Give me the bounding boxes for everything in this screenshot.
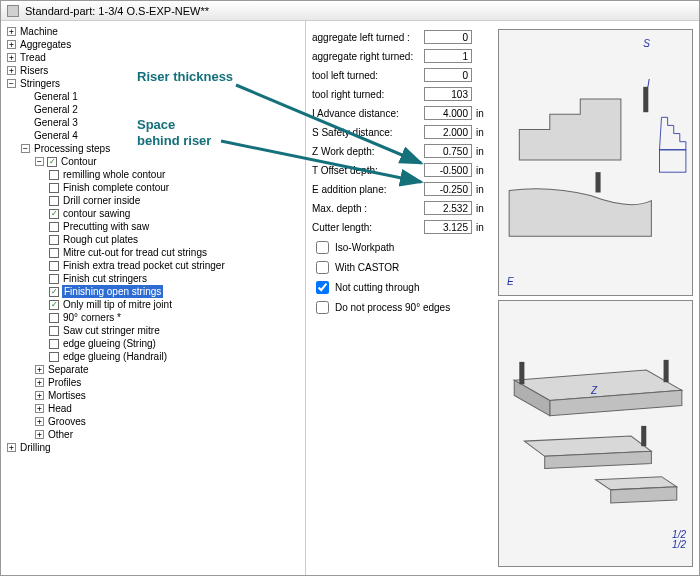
tool-icon — [519, 362, 524, 384]
expander-icon[interactable]: + — [35, 365, 44, 374]
tree-grooves[interactable]: +Grooves — [33, 415, 303, 428]
diagram-label-e: E — [507, 276, 514, 287]
input-safety[interactable] — [424, 125, 472, 139]
tree-finish-extra[interactable]: Finish extra tread pocket cut stringer — [47, 259, 303, 272]
tree-head[interactable]: +Head — [33, 402, 303, 415]
checkbox[interactable] — [49, 209, 59, 219]
tree[interactable]: +Machine +Aggregates +Tread +Risers −Str… — [3, 25, 303, 454]
input-addition[interactable] — [424, 182, 472, 196]
checkbox-iso[interactable] — [316, 241, 329, 254]
expander-icon[interactable]: + — [35, 378, 44, 387]
checkbox[interactable] — [49, 274, 59, 284]
input-work-depth[interactable] — [424, 144, 472, 158]
tree-precutting[interactable]: Precutting with saw — [47, 220, 303, 233]
tree-drill-corner[interactable]: Drill corner inside — [47, 194, 303, 207]
checkbox[interactable] — [49, 235, 59, 245]
expander-icon[interactable]: + — [35, 404, 44, 413]
tree-drilling[interactable]: +Drilling — [5, 441, 303, 454]
expander-icon[interactable]: + — [7, 443, 16, 452]
tree-tread[interactable]: +Tread — [5, 51, 303, 64]
tree-rough-cut[interactable]: Rough cut plates — [47, 233, 303, 246]
checkbox-castor[interactable] — [316, 261, 329, 274]
input-cutter-length[interactable] — [424, 220, 472, 234]
tree-risers[interactable]: +Risers — [5, 64, 303, 77]
check-iso-workpath[interactable]: Iso-Workpath — [312, 240, 492, 255]
tree-saw-cut[interactable]: Saw cut stringer mitre — [47, 324, 303, 337]
tree-only-mill[interactable]: Only mill tip of mitre joint — [47, 298, 303, 311]
expander-icon[interactable]: + — [7, 53, 16, 62]
input-offset[interactable] — [424, 163, 472, 177]
param-addition: E addition plane: in — [312, 181, 492, 197]
expander-icon[interactable]: + — [35, 391, 44, 400]
checkbox[interactable] — [47, 157, 57, 167]
check-not-cutting[interactable]: Not cutting through — [312, 280, 492, 295]
param-cutter-length: Cutter length: in — [312, 219, 492, 235]
checkbox[interactable] — [49, 170, 59, 180]
tree-stringers[interactable]: −Stringers — [5, 77, 303, 90]
check-castor[interactable]: With CASTOR — [312, 260, 492, 275]
tree-profiles[interactable]: +Profiles — [33, 376, 303, 389]
expander-icon[interactable]: − — [35, 157, 44, 166]
tree-other[interactable]: +Other — [33, 428, 303, 441]
tree-finish-complete[interactable]: Finish complete contour — [47, 181, 303, 194]
expander-icon[interactable]: − — [7, 79, 16, 88]
tree-contour-sawing[interactable]: contour sawing — [47, 207, 303, 220]
checkbox[interactable] — [49, 339, 59, 349]
tree-mortises[interactable]: +Mortises — [33, 389, 303, 402]
checkbox[interactable] — [49, 300, 59, 310]
tree-mitre-cutout[interactable]: Mitre cut-out for tread cut strings — [47, 246, 303, 259]
param-tool-left: tool left turned: — [312, 67, 492, 83]
expander-icon[interactable]: + — [35, 430, 44, 439]
tree-finishing-open[interactable]: Finishing open strings — [47, 285, 303, 298]
param-aggregate-left: aggregate left turned : — [312, 29, 492, 45]
expander-icon[interactable]: − — [21, 144, 30, 153]
checkbox[interactable] — [49, 222, 59, 232]
tree-90-corners[interactable]: 90° corners * — [47, 311, 303, 324]
tree-separate[interactable]: +Separate — [33, 363, 303, 376]
tree-contour[interactable]: −Contour — [33, 155, 303, 168]
right-panel: aggregate left turned : aggregate right … — [306, 21, 699, 575]
app-icon — [7, 5, 19, 17]
svg-rect-0 — [659, 150, 685, 172]
tool-icon — [641, 426, 646, 446]
tree-general-2[interactable]: General 2 — [19, 103, 303, 116]
expander-icon[interactable]: + — [7, 40, 16, 49]
input-tool-right[interactable] — [424, 87, 472, 101]
tree-finish-cut[interactable]: Finish cut stringers — [47, 272, 303, 285]
checkbox[interactable] — [49, 352, 59, 362]
checkbox-not-cutting[interactable] — [316, 281, 329, 294]
checkbox[interactable] — [49, 196, 59, 206]
parameter-list: aggregate left turned : aggregate right … — [312, 29, 492, 567]
tree-general-1[interactable]: General 1 — [19, 90, 303, 103]
input-max-depth[interactable] — [424, 201, 472, 215]
tree-general-4[interactable]: General 4 — [19, 129, 303, 142]
input-aggregate-right[interactable] — [424, 49, 472, 63]
checkbox[interactable] — [49, 287, 59, 297]
checkbox-no-90[interactable] — [316, 301, 329, 314]
expander-icon[interactable]: + — [7, 27, 16, 36]
param-safety: S Safety distance: in — [312, 124, 492, 140]
checkbox[interactable] — [49, 261, 59, 271]
checkbox[interactable] — [49, 248, 59, 258]
tree-edge-glue-string[interactable]: edge glueing (String) — [47, 337, 303, 350]
tree-aggregates[interactable]: +Aggregates — [5, 38, 303, 51]
check-no-90[interactable]: Do not process 90° edges — [312, 300, 492, 315]
input-advance[interactable] — [424, 106, 472, 120]
input-aggregate-left[interactable] — [424, 30, 472, 44]
tree-edge-glue-handrail[interactable]: edge glueing (Handrail) — [47, 350, 303, 363]
checkbox[interactable] — [49, 326, 59, 336]
tool-icon — [664, 360, 669, 382]
tree-panel: +Machine +Aggregates +Tread +Risers −Str… — [1, 21, 306, 575]
stair-diagram-icon — [499, 30, 692, 295]
tree-general-3[interactable]: General 3 — [19, 116, 303, 129]
tool-icon — [596, 172, 601, 192]
expander-icon[interactable]: + — [7, 66, 16, 75]
input-tool-left[interactable] — [424, 68, 472, 82]
tree-remilling[interactable]: remilling whole contour — [47, 168, 303, 181]
tree-machine[interactable]: +Machine — [5, 25, 303, 38]
checkbox[interactable] — [49, 313, 59, 323]
expander-icon[interactable]: + — [35, 417, 44, 426]
checkbox[interactable] — [49, 183, 59, 193]
tree-processing[interactable]: −Processing steps — [19, 142, 303, 155]
diagrams: S I E — [498, 29, 693, 567]
